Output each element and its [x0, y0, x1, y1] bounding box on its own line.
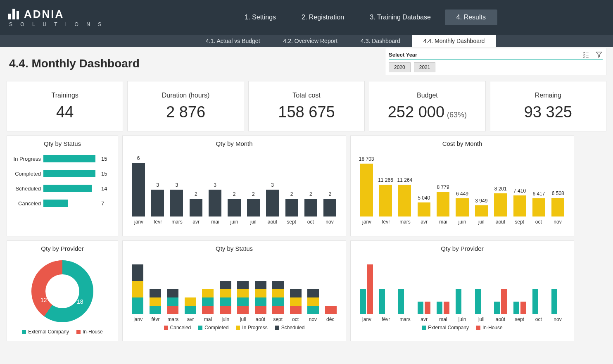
stack-segment [272, 306, 284, 314]
column: 2 [187, 191, 205, 216]
group-bar [379, 289, 385, 314]
axis-tick: oct [529, 219, 548, 225]
stack-segment [290, 289, 302, 297]
subnav-4-4-monthly-dashboard[interactable]: 4.4. Monthly Dashboard [412, 35, 497, 47]
axis-tick: mai [434, 219, 453, 225]
column: 11 266 [376, 177, 394, 216]
kpi-value: 93 325 [524, 103, 572, 121]
column-bar [513, 195, 526, 216]
column: 6 449 [453, 191, 471, 216]
legend-item[interactable]: External Company [22, 329, 69, 335]
axis-tick: mai [206, 219, 225, 225]
axis-tick: févr [376, 316, 395, 322]
hbar-fill [43, 170, 95, 177]
stack-segment [150, 289, 161, 297]
legend-swatch [275, 326, 279, 330]
axis-tick: mars [395, 316, 414, 322]
axis-tick: avr [415, 219, 434, 225]
year-option-2021[interactable]: 2021 [414, 62, 436, 72]
brand-logo: ADNIA S O L U T I O N S [8, 8, 105, 27]
legend-item[interactable]: Scheduled [275, 325, 305, 331]
legend-item[interactable]: In-House [476, 325, 503, 331]
column-value: 11 264 [397, 177, 413, 183]
column-bar [170, 190, 183, 216]
grouped-column [492, 289, 510, 314]
donut-chart: 12 18 [31, 260, 93, 322]
column: 18 703 [357, 156, 375, 216]
group-bar [501, 289, 507, 314]
sub-navbar: 4.1. Actual vs Budget4.2. Overview Repor… [0, 35, 613, 47]
hbar-row: Scheduled 14 [11, 181, 114, 196]
stack-segment [307, 297, 319, 306]
legend-item[interactable]: Completed [198, 325, 228, 331]
axis-tick: févr [147, 316, 164, 322]
nav-4-results[interactable]: 4. Results [445, 10, 497, 25]
legend-label: Canceled [170, 325, 191, 331]
stack-segment [307, 289, 319, 297]
hbar-fill [43, 185, 92, 192]
column-value: 2 [252, 191, 255, 197]
grouped-column [415, 302, 433, 314]
year-slicer: Select Year 20202021 [385, 48, 606, 75]
hbar-label: Canceled [11, 200, 43, 207]
legend-label: In-House [482, 325, 503, 331]
column-bar [360, 164, 373, 216]
column-value: 6 [137, 155, 140, 161]
kpi-value: 2 876 [166, 103, 205, 121]
legend-item[interactable]: In-House [76, 329, 103, 335]
column-bar [456, 198, 468, 216]
axis-tick: sept [269, 316, 287, 322]
column-bar [418, 202, 430, 216]
subnav-4-1-actual-vs-budget[interactable]: 4.1. Actual vs Budget [194, 35, 272, 47]
legend-label: Completed [204, 325, 228, 331]
axis-tick: nov [304, 316, 321, 322]
legend-swatch [76, 330, 81, 334]
nav-1-settings[interactable]: 1. Settings [233, 10, 287, 25]
legend-label: External Company [428, 325, 469, 331]
legend-item[interactable]: External Company [422, 325, 469, 331]
stack-segment [167, 297, 178, 306]
hbar-value: 15 [101, 171, 114, 177]
nav-3-training-database[interactable]: 3. Training Database [358, 10, 442, 25]
axis-tick: avr [415, 316, 434, 322]
axis-tick: sept [282, 219, 301, 225]
grouped-column [511, 302, 529, 314]
kpi-total-cost: Total cost158 675 [248, 81, 365, 131]
legend-item[interactable]: In Progress [236, 325, 267, 331]
group-bar [360, 289, 366, 314]
brand-name: ADNIA [24, 8, 64, 21]
column-bar [209, 190, 221, 216]
column-bar [247, 199, 260, 216]
axis-tick: janv [357, 316, 376, 322]
column: 8 779 [434, 184, 452, 216]
column: 3 [168, 182, 186, 216]
stack-segment [220, 297, 231, 306]
column-value: 6 449 [456, 191, 468, 197]
legend-label: In Progress [242, 325, 267, 331]
year-option-2020[interactable]: 2020 [389, 62, 411, 72]
multi-select-icon[interactable] [582, 51, 589, 58]
axis-tick: sept [510, 316, 529, 322]
column-bar [304, 199, 317, 216]
subnav-4-2-overview-report[interactable]: 4.2. Overview Report [272, 35, 349, 47]
stack-segment [272, 281, 284, 289]
stack-segment [202, 289, 214, 297]
column-bar [151, 190, 164, 216]
clear-filter-icon[interactable] [595, 51, 603, 58]
nav-2-registration[interactable]: 2. Registration [290, 10, 356, 25]
legend-label: External Company [28, 329, 69, 335]
stack-segment [272, 297, 284, 306]
legend-item[interactable]: Canceled [164, 325, 191, 331]
stack-segment [237, 289, 249, 297]
column-value: 11 266 [378, 177, 393, 183]
stack-segment [220, 306, 231, 314]
legend-swatch [198, 326, 202, 330]
chart-cost-by-month: Cost by Month 18 70311 26611 2645 0408 7… [350, 136, 574, 236]
subnav-4-3-dashboard[interactable]: 4.3. Dashboard [349, 35, 412, 47]
hbar-row: In Progress 15 [11, 151, 114, 166]
group-bar [418, 302, 423, 314]
stack-segment [167, 306, 178, 314]
axis-tick: nov [548, 219, 567, 225]
column: 8 201 [492, 186, 510, 216]
hbar-row: Completed 15 [11, 166, 114, 181]
